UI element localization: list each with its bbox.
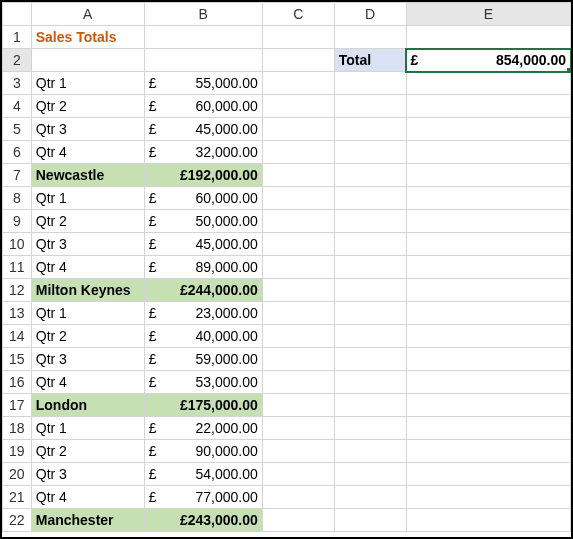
cell-b6[interactable]: £32,000.00 bbox=[144, 141, 262, 164]
cell-a3[interactable]: Qtr 1 bbox=[31, 72, 144, 95]
col-header-e[interactable]: E bbox=[406, 3, 570, 26]
row-header-18[interactable]: 18 bbox=[3, 417, 32, 440]
cell-b12[interactable]: £244,000.00 bbox=[144, 279, 262, 302]
cell-e7[interactable] bbox=[406, 164, 570, 187]
col-header-b[interactable]: B bbox=[144, 3, 262, 26]
cell-d18[interactable] bbox=[334, 417, 406, 440]
cell-b22[interactable]: £243,000.00 bbox=[144, 509, 262, 532]
cell-a20[interactable]: Qtr 3 bbox=[31, 463, 144, 486]
cell-d15[interactable] bbox=[334, 348, 406, 371]
cell-d9[interactable] bbox=[334, 210, 406, 233]
cell-d14[interactable] bbox=[334, 325, 406, 348]
cell-b13[interactable]: £23,000.00 bbox=[144, 302, 262, 325]
cell-b17[interactable]: £175,000.00 bbox=[144, 394, 262, 417]
cell-c16[interactable] bbox=[262, 371, 334, 394]
cell-d11[interactable] bbox=[334, 256, 406, 279]
cell-b5[interactable]: £45,000.00 bbox=[144, 118, 262, 141]
cell-c5[interactable] bbox=[262, 118, 334, 141]
row-header-21[interactable]: 21 bbox=[3, 486, 32, 509]
row-header-2[interactable]: 2 bbox=[3, 49, 32, 72]
cell-e17[interactable] bbox=[406, 394, 570, 417]
cell-c17[interactable] bbox=[262, 394, 334, 417]
cell-d1[interactable] bbox=[334, 26, 406, 49]
cell-d22[interactable] bbox=[334, 509, 406, 532]
cell-c3[interactable] bbox=[262, 72, 334, 95]
cell-c9[interactable] bbox=[262, 210, 334, 233]
row-header-4[interactable]: 4 bbox=[3, 95, 32, 118]
cell-e21[interactable] bbox=[406, 486, 570, 509]
spreadsheet-grid[interactable]: A B C D E 1 Sales Totals 2 Total £ 854,0… bbox=[2, 2, 571, 532]
cell-a9[interactable]: Qtr 2 bbox=[31, 210, 144, 233]
cell-c2[interactable] bbox=[262, 49, 334, 72]
cell-b7[interactable]: £192,000.00 bbox=[144, 164, 262, 187]
cell-e5[interactable] bbox=[406, 118, 570, 141]
row-header-15[interactable]: 15 bbox=[3, 348, 32, 371]
cell-c13[interactable] bbox=[262, 302, 334, 325]
row-header-14[interactable]: 14 bbox=[3, 325, 32, 348]
col-header-a[interactable]: A bbox=[31, 3, 144, 26]
cell-a8[interactable]: Qtr 1 bbox=[31, 187, 144, 210]
cell-e22[interactable] bbox=[406, 509, 570, 532]
cell-e14[interactable] bbox=[406, 325, 570, 348]
col-header-d[interactable]: D bbox=[334, 3, 406, 26]
cell-b10[interactable]: £45,000.00 bbox=[144, 233, 262, 256]
cell-a18[interactable]: Qtr 1 bbox=[31, 417, 144, 440]
cell-e18[interactable] bbox=[406, 417, 570, 440]
cell-c18[interactable] bbox=[262, 417, 334, 440]
cell-a7[interactable]: Newcastle bbox=[31, 164, 144, 187]
row-header-8[interactable]: 8 bbox=[3, 187, 32, 210]
cell-e8[interactable] bbox=[406, 187, 570, 210]
cell-d20[interactable] bbox=[334, 463, 406, 486]
cell-d10[interactable] bbox=[334, 233, 406, 256]
cell-b9[interactable]: £50,000.00 bbox=[144, 210, 262, 233]
cell-a2[interactable] bbox=[31, 49, 144, 72]
cell-a12[interactable]: Milton Keynes bbox=[31, 279, 144, 302]
cell-a1[interactable]: Sales Totals bbox=[31, 26, 144, 49]
row-header-20[interactable]: 20 bbox=[3, 463, 32, 486]
cell-d6[interactable] bbox=[334, 141, 406, 164]
cell-a16[interactable]: Qtr 4 bbox=[31, 371, 144, 394]
cell-e13[interactable] bbox=[406, 302, 570, 325]
cell-d16[interactable] bbox=[334, 371, 406, 394]
cell-b21[interactable]: £77,000.00 bbox=[144, 486, 262, 509]
cell-e19[interactable] bbox=[406, 440, 570, 463]
cell-e20[interactable] bbox=[406, 463, 570, 486]
cell-b14[interactable]: £40,000.00 bbox=[144, 325, 262, 348]
row-header-10[interactable]: 10 bbox=[3, 233, 32, 256]
cell-b20[interactable]: £54,000.00 bbox=[144, 463, 262, 486]
cell-a5[interactable]: Qtr 3 bbox=[31, 118, 144, 141]
cell-e2-total-value[interactable]: £ 854,000.00 bbox=[406, 49, 570, 72]
cell-b16[interactable]: £53,000.00 bbox=[144, 371, 262, 394]
cell-a10[interactable]: Qtr 3 bbox=[31, 233, 144, 256]
row-header-12[interactable]: 12 bbox=[3, 279, 32, 302]
col-header-c[interactable]: C bbox=[262, 3, 334, 26]
cell-d8[interactable] bbox=[334, 187, 406, 210]
cell-d12[interactable] bbox=[334, 279, 406, 302]
cell-b18[interactable]: £22,000.00 bbox=[144, 417, 262, 440]
cell-a13[interactable]: Qtr 1 bbox=[31, 302, 144, 325]
cell-d7[interactable] bbox=[334, 164, 406, 187]
cell-e15[interactable] bbox=[406, 348, 570, 371]
cell-c11[interactable] bbox=[262, 256, 334, 279]
row-header-3[interactable]: 3 bbox=[3, 72, 32, 95]
cell-e12[interactable] bbox=[406, 279, 570, 302]
row-header-1[interactable]: 1 bbox=[3, 26, 32, 49]
cell-b3[interactable]: £55,000.00 bbox=[144, 72, 262, 95]
cell-e10[interactable] bbox=[406, 233, 570, 256]
cell-c7[interactable] bbox=[262, 164, 334, 187]
cell-d5[interactable] bbox=[334, 118, 406, 141]
cell-c19[interactable] bbox=[262, 440, 334, 463]
cell-b19[interactable]: £90,000.00 bbox=[144, 440, 262, 463]
row-header-13[interactable]: 13 bbox=[3, 302, 32, 325]
cell-d19[interactable] bbox=[334, 440, 406, 463]
cell-e6[interactable] bbox=[406, 141, 570, 164]
row-header-7[interactable]: 7 bbox=[3, 164, 32, 187]
cell-a22[interactable]: Manchester bbox=[31, 509, 144, 532]
cell-a15[interactable]: Qtr 3 bbox=[31, 348, 144, 371]
select-all-corner[interactable] bbox=[3, 3, 32, 26]
row-header-17[interactable]: 17 bbox=[3, 394, 32, 417]
cell-c21[interactable] bbox=[262, 486, 334, 509]
row-header-5[interactable]: 5 bbox=[3, 118, 32, 141]
cell-a14[interactable]: Qtr 2 bbox=[31, 325, 144, 348]
cell-b8[interactable]: £60,000.00 bbox=[144, 187, 262, 210]
